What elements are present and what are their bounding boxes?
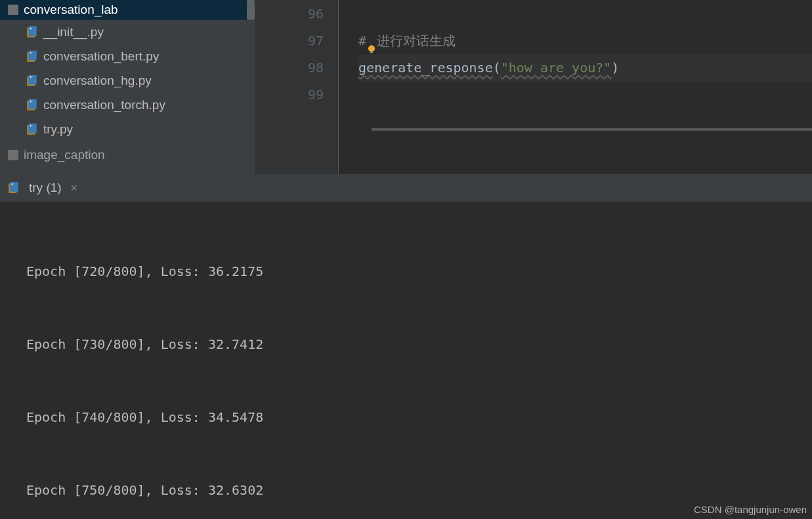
run-tab-bar: try (1) × — [0, 174, 812, 202]
console-line: Epoch [720/800], Loss: 36.2175 — [26, 260, 812, 284]
svg-rect-18 — [10, 182, 18, 192]
code-area[interactable]: #进行对话生成 generate_response("how are you?"… — [339, 0, 812, 174]
folder-label: conversation_lab — [24, 3, 118, 17]
file-label: try.py — [43, 122, 73, 137]
svg-rect-1 — [28, 26, 36, 36]
folder-icon — [8, 5, 18, 15]
file-label: conversation_torch.py — [43, 98, 165, 112]
svg-point-2 — [30, 28, 32, 29]
code-line-99 — [358, 81, 812, 108]
line-number: 98 — [255, 55, 324, 81]
file-try[interactable]: try.py — [0, 117, 255, 141]
lightbulb-icon[interactable] — [366, 37, 377, 47]
file-conversation-torch[interactable]: conversation_torch.py — [0, 93, 255, 117]
console-line: Epoch [740/800], Loss: 34.5478 — [26, 405, 812, 430]
svg-point-8 — [30, 76, 32, 78]
svg-rect-16 — [370, 52, 373, 53]
svg-point-15 — [368, 45, 375, 52]
svg-rect-10 — [28, 99, 36, 109]
svg-rect-13 — [28, 124, 36, 133]
file-label: __init__.py — [43, 25, 104, 39]
python-file-icon — [8, 182, 20, 194]
svg-point-19 — [12, 183, 13, 185]
run-tab[interactable]: try (1) × — [8, 181, 77, 195]
python-file-icon — [26, 124, 38, 135]
line-number: 99 — [255, 81, 324, 108]
python-file-icon — [26, 75, 38, 87]
code-editor[interactable]: 96 97 98 99 #进行对话生成 generate_response("h… — [255, 0, 812, 174]
line-number: 97 — [255, 28, 324, 55]
svg-point-14 — [30, 125, 32, 126]
svg-rect-4 — [28, 51, 36, 60]
console-line: Epoch [730/800], Loss: 32.7412 — [26, 332, 812, 357]
sidebar-scrollbar[interactable] — [247, 0, 255, 20]
code-line-98: generate_response("how are you?") — [358, 55, 812, 81]
close-icon[interactable]: × — [71, 181, 78, 195]
folder-label: image_caption — [24, 148, 105, 162]
code-line-96 — [358, 1, 812, 28]
code-line-97: #进行对话生成 — [358, 28, 812, 55]
console-line: Epoch [750/800], Loss: 32.6302 — [26, 478, 812, 503]
file-conversation-hg[interactable]: conversation_hg.py — [0, 68, 255, 93]
line-gutter: 96 97 98 99 — [255, 0, 339, 174]
folder-conversation-lab[interactable]: conversation_lab — [0, 0, 255, 20]
file-conversation-bert[interactable]: conversation_bert.py — [0, 44, 255, 68]
watermark: CSDN @tangjunjun-owen — [694, 504, 807, 515]
file-label: conversation_bert.py — [43, 49, 159, 64]
project-tree[interactable]: conversation_lab __init__.py conversatio… — [0, 0, 255, 174]
python-file-icon — [26, 99, 38, 111]
tab-label: try (1) — [29, 181, 62, 195]
python-file-icon — [26, 26, 38, 38]
svg-point-5 — [30, 52, 32, 53]
line-number: 96 — [255, 1, 324, 28]
console-output[interactable]: Epoch [720/800], Loss: 36.2175 Epoch [73… — [0, 202, 812, 519]
svg-rect-7 — [28, 75, 36, 85]
file-label: conversation_hg.py — [43, 74, 152, 88]
python-file-icon — [26, 51, 38, 62]
file-init[interactable]: __init__.py — [0, 20, 255, 44]
folder-image-caption[interactable]: image_caption — [0, 145, 255, 165]
svg-point-11 — [30, 101, 32, 102]
editor-divider — [372, 128, 812, 131]
folder-icon — [8, 150, 18, 160]
